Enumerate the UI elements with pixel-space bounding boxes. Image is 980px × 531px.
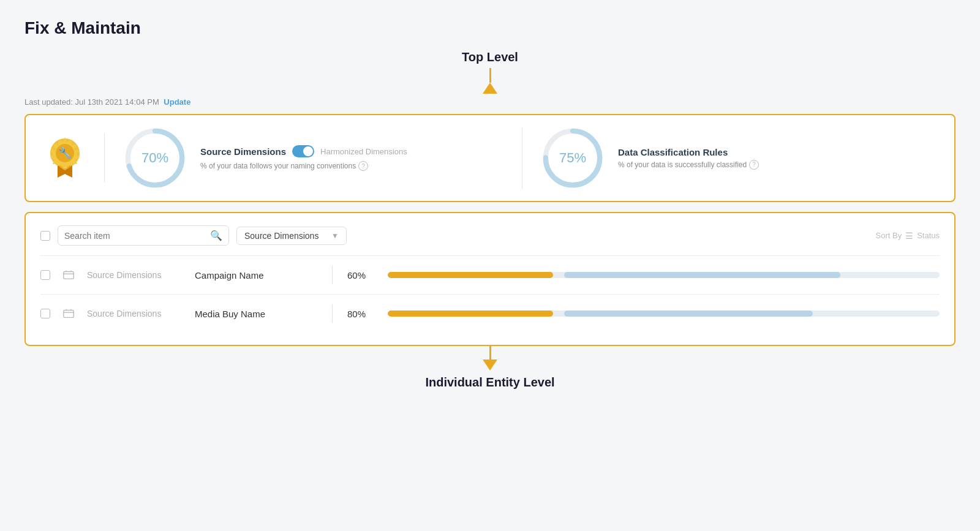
sort-by-label: Sort By <box>876 231 902 240</box>
toggle-row: Source Dimensions Harmonized Dimensions <box>200 145 407 157</box>
type-dropdown[interactable]: Source Dimensions ▼ <box>236 227 347 245</box>
sort-icon: ☰ <box>905 231 913 241</box>
individual-entity-label: Individual Entity Level <box>425 375 554 390</box>
stats-panel: 🔧 70% Source Dimensions Harmonized Dimen… <box>24 114 956 202</box>
row-2-type: Source Dimensions <box>87 309 185 318</box>
row-1-type: Source Dimensions <box>87 270 185 280</box>
classification-chart: 75% <box>542 127 603 189</box>
search-box[interactable]: 🔍 <box>58 225 229 246</box>
row-1-checkbox[interactable] <box>40 270 50 280</box>
update-link[interactable]: Update <box>164 97 190 107</box>
dropdown-label: Source Dimensions <box>244 231 318 241</box>
source-sub-text: % of your data follows your naming conve… <box>200 161 407 171</box>
svg-rect-10 <box>64 311 74 318</box>
classification-stat-info: Data Classification Rules % of your data… <box>618 147 759 170</box>
source-sub-label: % of your data follows your naming conve… <box>200 162 356 170</box>
classification-help-icon[interactable]: ? <box>749 160 759 170</box>
svg-rect-9 <box>64 272 74 279</box>
table-toolbar: 🔍 Source Dimensions ▼ Sort By ☰ Status <box>40 225 940 246</box>
source-dimensions-chart: 70% <box>124 127 186 189</box>
classification-sub-label: % of your data is successfully classifie… <box>618 160 747 169</box>
row-2-progress-gold <box>388 311 553 317</box>
row-1-name: Campaign Name <box>195 270 317 281</box>
row-1-progress <box>388 272 940 278</box>
sort-value: Status <box>917 231 940 240</box>
source-dimensions-stat: 70% Source Dimensions Harmonized Dimensi… <box>105 127 522 189</box>
top-level-arrowhead <box>483 83 497 94</box>
table-row: Source Dimensions Campaign Name 60% <box>40 256 940 295</box>
search-icon: 🔍 <box>210 230 222 241</box>
table-panel: 🔍 Source Dimensions ▼ Sort By ☰ Status S… <box>24 212 956 346</box>
select-all-checkbox[interactable] <box>40 231 50 241</box>
row-2-progress <box>388 311 940 317</box>
last-updated-row: Last updated: Jul 13th 2021 14:04 PM Upd… <box>24 97 956 107</box>
row-1-progress-gold <box>388 272 553 278</box>
classification-stat: 75% Data Classification Rules % of your … <box>522 127 940 189</box>
row-1-percent: 60% <box>347 270 378 281</box>
sort-by-section: Sort By ☰ Status <box>876 231 940 241</box>
search-input[interactable] <box>64 231 206 241</box>
top-level-arrow-line <box>489 68 491 83</box>
row-2-progress-blue <box>564 311 812 317</box>
row-2-percent: 80% <box>347 309 378 319</box>
page-title: Fix & Maintain <box>24 18 956 38</box>
row-2-divider <box>332 304 333 323</box>
individual-entity-container: Individual Entity Level <box>24 346 956 390</box>
svg-text:🔧: 🔧 <box>58 146 72 160</box>
badge-icon: 🔧 <box>40 134 89 183</box>
bottom-arrowhead <box>483 360 497 371</box>
row-2-checkbox-wrap[interactable] <box>40 309 50 318</box>
row-2-checkbox[interactable] <box>40 309 50 318</box>
row-1-progress-blue <box>564 272 840 278</box>
bottom-arrow-line <box>489 346 491 360</box>
row-1-divider <box>332 266 333 284</box>
classification-sub-text: % of your data is successfully classifie… <box>618 160 759 170</box>
source-stat-info: Source Dimensions Harmonized Dimensions … <box>200 145 407 171</box>
harmonized-label: Harmonized Dimensions <box>320 147 407 156</box>
row-2-icon <box>60 305 77 322</box>
row-2-name: Media Buy Name <box>195 309 317 319</box>
row-1-icon <box>60 266 77 284</box>
last-updated-text: Last updated: Jul 13th 2021 14:04 PM <box>24 97 159 107</box>
table-row: Source Dimensions Media Buy Name 80% <box>40 295 940 333</box>
chevron-down-icon: ▼ <box>331 232 339 240</box>
classification-label: Data Classification Rules <box>618 147 759 157</box>
select-all-checkbox-wrap[interactable] <box>40 231 50 241</box>
source-label: Source Dimensions <box>200 146 286 157</box>
classification-percent: 75% <box>559 150 586 166</box>
source-percent: 70% <box>141 150 168 166</box>
toggle-switch[interactable] <box>292 145 314 157</box>
badge-section: 🔧 <box>40 134 105 183</box>
source-help-icon[interactable]: ? <box>358 161 368 171</box>
row-1-checkbox-wrap[interactable] <box>40 270 50 280</box>
top-level-label: Top Level <box>462 50 518 64</box>
